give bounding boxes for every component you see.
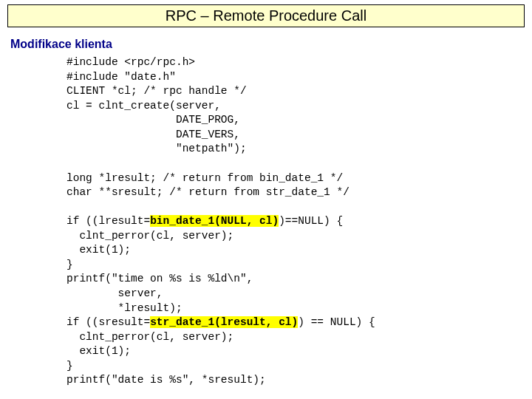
code-line: #include "date.h": [66, 71, 176, 83]
code-line: }: [66, 360, 73, 372]
code-line: #include <rpc/rpc.h>: [66, 56, 195, 68]
code-line: ) == NULL) {: [298, 316, 375, 328]
slide-title: RPC – Remote Procedure Call: [166, 7, 366, 24]
code-line: server,: [66, 287, 163, 299]
slide-subtitle: Modifikace klienta: [10, 38, 532, 51]
slide-title-bar: RPC – Remote Procedure Call: [7, 4, 525, 27]
code-line: if ((lresult=: [66, 215, 150, 227]
code-line: exit(1);: [66, 244, 131, 256]
code-line: printf("time on %s is %ld\n",: [66, 273, 253, 284]
code-line: if ((sresult=: [66, 316, 150, 328]
code-line: cl = clnt_create(server,: [66, 100, 221, 112]
code-line: DATE_PROG,: [66, 114, 240, 126]
code-block: #include <rpc/rpc.h> #include "date.h" C…: [66, 55, 532, 388]
code-line: )==NULL) {: [279, 215, 343, 227]
code-line: "netpath");: [66, 143, 247, 154]
code-line: }: [66, 259, 73, 270]
code-line: *lresult);: [66, 302, 183, 314]
code-line: CLIENT *cl; /* rpc handle */: [66, 85, 247, 97]
code-line: char **sresult; /* return from str_date_…: [66, 186, 349, 198]
code-line: clnt_perror(cl, server);: [66, 230, 233, 242]
code-line: DATE_VERS,: [66, 129, 240, 140]
code-line: printf("date is %s", *sresult);: [66, 374, 266, 386]
code-highlight: str_date_1(lresult, cl): [150, 316, 298, 328]
code-line: exit(1);: [66, 345, 131, 357]
code-highlight: bin_date_1(NULL, cl): [150, 215, 279, 227]
code-line: long *lresult; /* return from bin_date_1…: [66, 172, 343, 184]
code-line: clnt_perror(cl, server);: [66, 331, 233, 343]
